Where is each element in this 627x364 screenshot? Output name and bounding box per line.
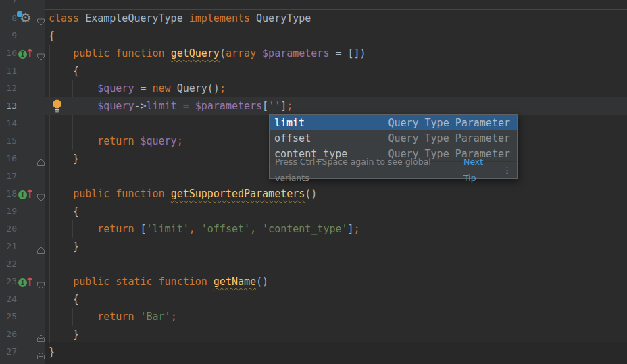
override-arrow-icon: ↑	[25, 274, 34, 289]
code-line[interactable]: 8⚙class ExampleQueryType implements Quer…	[0, 9, 627, 27]
code-text: {	[49, 203, 79, 220]
line-number[interactable]: 11	[0, 62, 17, 80]
gear-glyph-icon: ⚙	[20, 9, 32, 26]
next-tip-link[interactable]: Next Tip	[463, 154, 497, 186]
code-text: }	[49, 238, 79, 255]
code-line[interactable]: 10I↑ public function getQuery(array $par…	[0, 45, 627, 62]
code-text: public static function getName()	[49, 273, 268, 290]
code-line[interactable]: 23I↑ public static function getName()	[0, 273, 627, 290]
line-number[interactable]: 25	[0, 308, 17, 326]
line-number[interactable]: 16	[0, 150, 17, 167]
code-line[interactable]: 27}	[0, 343, 627, 361]
line-number[interactable]: 12	[0, 80, 17, 97]
code-text: return 'Bar';	[49, 308, 177, 326]
line-number[interactable]: 26	[0, 326, 17, 343]
code-line[interactable]: 25 return 'Bar';	[0, 308, 627, 326]
fold-end-marker[interactable]	[36, 155, 45, 163]
code-line[interactable]: 11 {	[0, 62, 627, 80]
code-line[interactable]: 7	[0, 0, 627, 9]
override-arrow-icon: ↑	[25, 186, 34, 201]
line-number[interactable]: 21	[0, 238, 17, 255]
line-number[interactable]: 10	[0, 45, 17, 62]
code-text: }	[49, 326, 79, 343]
line-number[interactable]: 17	[0, 167, 17, 185]
line-number[interactable]: 20	[0, 220, 17, 238]
line-number[interactable]: 23	[0, 273, 17, 290]
implements-method-icon[interactable]: I↑	[18, 186, 32, 201]
code-text: return ['limit', 'offset', 'content_type…	[49, 220, 360, 238]
line-number[interactable]: 15	[0, 132, 17, 150]
code-text: return $query;	[49, 132, 183, 150]
completion-item[interactable]: limitQuery Type Parameter	[270, 115, 517, 130]
code-line[interactable]: 18I↑ public function getSupportedParamet…	[0, 185, 627, 203]
code-text: }	[49, 343, 55, 361]
code-text: $query = new Query();	[49, 80, 226, 97]
line-number[interactable]: 7	[0, 0, 17, 9]
line-number[interactable]: 19	[0, 203, 17, 220]
fold-start-marker[interactable]	[36, 190, 45, 199]
code-text: public function getQuery(array $paramete…	[49, 45, 366, 62]
code-text: {	[49, 27, 55, 45]
completion-hint: Press Ctrl+Space again to see global var…	[275, 154, 457, 186]
code-line[interactable]: 12 $query = new Query();	[0, 80, 627, 97]
code-line[interactable]: 13 $query->limit = $parameters[''];	[0, 97, 627, 115]
fold-end-marker[interactable]	[36, 348, 45, 357]
implements-method-icon[interactable]: I↑	[18, 274, 32, 289]
code-line[interactable]: 20 return ['limit', 'offset', 'content_t…	[0, 220, 627, 238]
fold-start-marker[interactable]	[36, 14, 45, 23]
fold-end-marker[interactable]	[36, 242, 45, 251]
line-number[interactable]: 14	[0, 115, 17, 132]
code-text: $query->limit = $parameters[''];	[49, 97, 293, 115]
completion-popup: limitQuery Type ParameteroffsetQuery Typ…	[269, 114, 518, 179]
line-number[interactable]: 9	[0, 27, 17, 45]
fold-start-marker[interactable]	[36, 278, 45, 286]
more-options-icon[interactable]: ⋮	[503, 162, 511, 178]
code-line[interactable]: 9{	[0, 27, 627, 45]
completion-footer: Press Ctrl+Space again to see global var…	[270, 161, 517, 178]
line-number[interactable]: 13	[0, 97, 17, 115]
code-text: }	[49, 150, 79, 167]
code-line[interactable]: 24 {	[0, 290, 627, 308]
code-editor: 78⚙class ExampleQueryType implements Que…	[0, 0, 627, 364]
line-number[interactable]: 24	[0, 290, 17, 308]
implements-method-icon[interactable]: I↑	[18, 46, 32, 61]
fold-end-marker[interactable]	[36, 330, 45, 339]
code-line[interactable]: 19 {	[0, 203, 627, 220]
code-text: {	[49, 290, 79, 308]
completion-item[interactable]: offsetQuery Type Parameter	[270, 130, 517, 146]
override-arrow-icon: ↑	[25, 46, 34, 61]
line-number[interactable]: 18	[0, 185, 17, 203]
code-line[interactable]: 21 }	[0, 238, 627, 255]
code-text: class ExampleQueryType implements QueryT…	[49, 9, 311, 27]
line-number[interactable]: 27	[0, 343, 17, 361]
code-line[interactable]: 22	[0, 255, 627, 273]
gear-icon[interactable]: ⚙	[18, 11, 32, 26]
fold-start-marker[interactable]	[36, 49, 45, 58]
code-line[interactable]: 26 }	[0, 326, 627, 343]
code-text: public function getSupportedParameters()	[49, 185, 317, 203]
code-text: {	[49, 62, 79, 80]
line-number[interactable]: 22	[0, 255, 17, 273]
line-number[interactable]: 8	[0, 9, 17, 27]
